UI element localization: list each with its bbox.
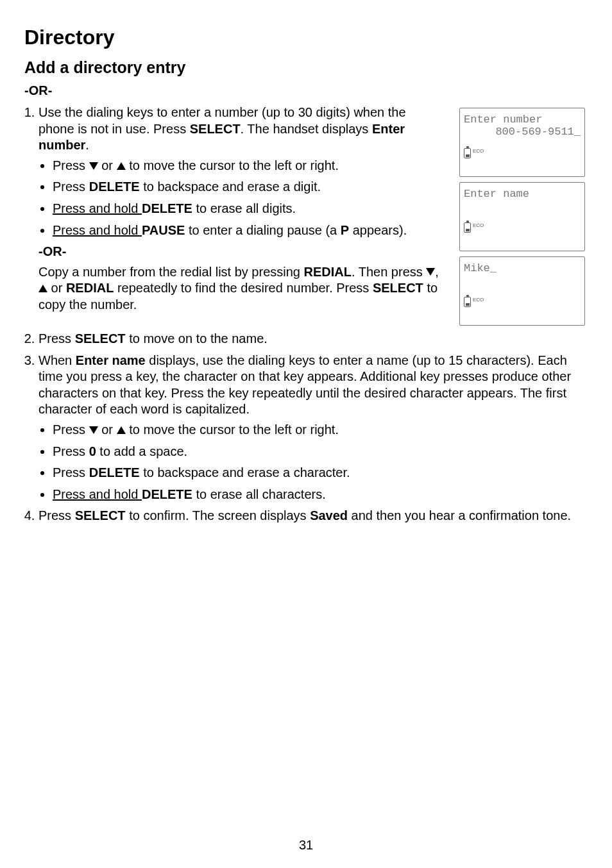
text: or — [98, 422, 117, 437]
key-select: SELECT — [190, 122, 241, 136]
screens-column: Enter number 800-569-9511_ ECO Enter nam… — [459, 104, 588, 331]
text: When — [38, 353, 76, 367]
bullet: Press and hold DELETE to erase all digit… — [53, 201, 441, 217]
page-number: 31 — [0, 838, 612, 853]
text: Press — [38, 508, 75, 522]
key-delete: DELETE — [89, 465, 140, 480]
eco-label: ECO — [473, 148, 484, 154]
text: Press — [53, 179, 89, 194]
text: to backspace and erase a character. — [140, 465, 350, 480]
text: or — [98, 158, 117, 172]
lcd-status-row: ECO — [464, 297, 484, 307]
bullet: Press and hold DELETE to erase all chara… — [53, 487, 588, 503]
key-delete: DELETE — [142, 487, 192, 501]
down-arrow-icon — [89, 162, 98, 170]
bullet: Press 0 to add a space. — [53, 444, 588, 460]
text: . The handset displays — [241, 122, 372, 136]
text: to confirm. The screen displays — [126, 508, 310, 522]
up-arrow-icon — [117, 162, 126, 170]
bullet: Press DELETE to backspace and erase a di… — [53, 179, 441, 196]
text: to add a space. — [96, 444, 187, 458]
key-select: SELECT — [373, 281, 423, 295]
step-3: When Enter name displays, use the dialin… — [38, 353, 588, 503]
or-label-inner: -OR- — [38, 244, 441, 260]
text: and then you hear a confirmation tone. — [348, 508, 571, 522]
key-pause: PAUSE — [142, 223, 185, 237]
battery-icon — [464, 222, 471, 233]
lcd-screen-1: Enter number 800-569-9511_ ECO — [459, 108, 585, 177]
text-underlined: Press and hold — [53, 201, 142, 215]
text: Press — [38, 331, 75, 346]
up-arrow-icon — [117, 426, 126, 434]
text: to move on to the name. — [126, 331, 268, 346]
lcd-screen-2: Enter name ECO — [459, 182, 585, 251]
text: or — [47, 281, 66, 295]
label-enter-name: Enter name — [76, 353, 146, 367]
text: to move the cursor to the left or right. — [126, 422, 339, 437]
section-heading: Add a directory entry — [24, 58, 588, 77]
text: to enter a dialing pause (a — [185, 223, 340, 237]
text: . — [85, 138, 89, 152]
key-delete: DELETE — [89, 179, 140, 194]
lcd-line: Enter number — [464, 113, 581, 126]
down-arrow-icon — [426, 268, 435, 276]
text: Press — [53, 465, 89, 480]
text: repeatedly to find the desired number. P… — [114, 281, 373, 295]
bullet: Press or to move the cursor to the left … — [53, 422, 588, 438]
text: appears). — [349, 223, 407, 237]
label-saved: Saved — [310, 508, 348, 522]
text: , — [435, 265, 439, 279]
step-2: Press SELECT to move on to the name. — [38, 331, 588, 347]
text: . Then press — [352, 265, 426, 279]
letter-p: P — [341, 223, 349, 237]
battery-icon — [464, 148, 471, 158]
lcd-line: 800-569-9511_ — [464, 126, 581, 138]
eco-label: ECO — [473, 297, 484, 303]
text: Copy a number from the redial list by pr… — [38, 265, 304, 279]
bullet: Press and hold PAUSE to enter a dialing … — [53, 222, 441, 239]
text: Press — [53, 422, 89, 437]
key-zero: 0 — [89, 444, 96, 458]
battery-icon — [464, 297, 471, 307]
step-1: Use the dialing keys to enter a number (… — [38, 104, 441, 313]
or-label: -OR- — [24, 83, 588, 98]
lcd-status-row: ECO — [464, 148, 484, 158]
redial-paragraph: Copy a number from the redial list by pr… — [38, 264, 441, 313]
down-arrow-icon — [89, 426, 98, 434]
eco-label: ECO — [473, 222, 484, 228]
text: to erase all digits. — [192, 201, 296, 215]
page-title: Directory — [24, 26, 588, 49]
lcd-line: Mike_ — [464, 262, 581, 274]
left-column: Use the dialing keys to enter a number (… — [24, 104, 459, 319]
key-redial: REDIAL — [66, 281, 114, 295]
text-underlined: Press and hold — [53, 487, 142, 501]
step-4: Press SELECT to confirm. The screen disp… — [38, 508, 588, 524]
key-select: SELECT — [75, 331, 126, 346]
lcd-line: Enter name — [464, 188, 581, 200]
text: to erase all characters. — [192, 487, 326, 501]
text: Press — [53, 158, 89, 172]
bullet: Press DELETE to backspace and erase a ch… — [53, 465, 588, 481]
text: Press — [53, 444, 89, 458]
key-select: SELECT — [75, 508, 126, 522]
lcd-status-row: ECO — [464, 222, 484, 233]
up-arrow-icon — [38, 285, 47, 292]
text: to backspace and erase a digit. — [140, 179, 321, 194]
text: to move the cursor to the left or right. — [126, 158, 339, 172]
key-redial: REDIAL — [304, 265, 352, 279]
key-delete: DELETE — [142, 201, 192, 215]
lcd-screen-3: Mike_ ECO — [459, 256, 585, 326]
bullet: Press or to move the cursor to the left … — [53, 158, 441, 174]
text-underlined: Press and hold — [53, 223, 142, 237]
